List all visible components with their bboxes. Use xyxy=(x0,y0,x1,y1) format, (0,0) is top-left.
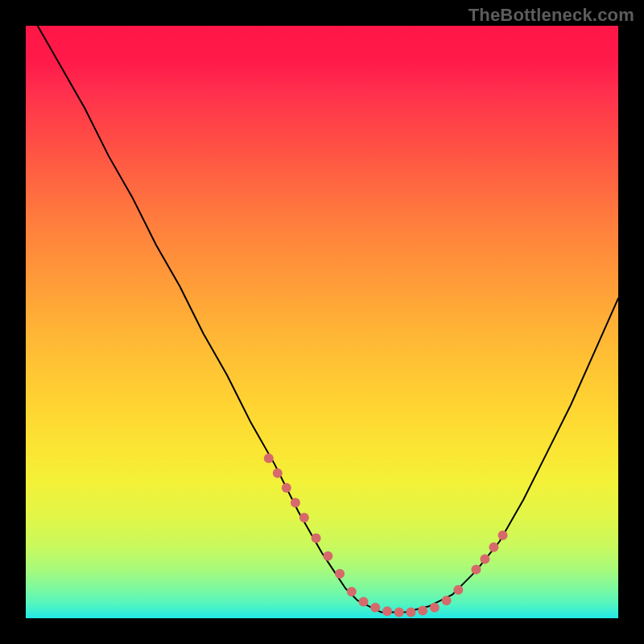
threshold-dot xyxy=(406,608,415,617)
threshold-dot xyxy=(418,605,427,615)
threshold-dot xyxy=(359,597,369,606)
threshold-dot xyxy=(394,608,404,617)
threshold-dot xyxy=(370,603,380,613)
threshold-dot xyxy=(430,603,440,613)
threshold-dot xyxy=(291,498,300,508)
threshold-dot xyxy=(471,565,481,575)
threshold-dot xyxy=(299,513,309,522)
plot-area xyxy=(26,26,618,618)
chart-svg xyxy=(26,26,618,618)
threshold-dot xyxy=(323,551,332,561)
threshold-dot xyxy=(480,554,489,564)
threshold-dot xyxy=(498,530,508,540)
threshold-markers xyxy=(264,453,508,617)
threshold-dot xyxy=(489,543,498,552)
threshold-dot xyxy=(347,587,357,597)
threshold-dot xyxy=(335,569,345,579)
watermark-text: TheBottleneck.com xyxy=(469,5,634,26)
bottleneck-curve xyxy=(38,26,618,613)
chart-frame: TheBottleneck.com xyxy=(0,0,644,644)
threshold-dot xyxy=(264,453,274,463)
threshold-dot xyxy=(382,606,392,616)
threshold-dot xyxy=(453,585,463,595)
threshold-dot xyxy=(282,483,291,493)
threshold-dot xyxy=(312,534,321,543)
threshold-dot xyxy=(442,596,452,605)
threshold-dot xyxy=(273,469,283,478)
